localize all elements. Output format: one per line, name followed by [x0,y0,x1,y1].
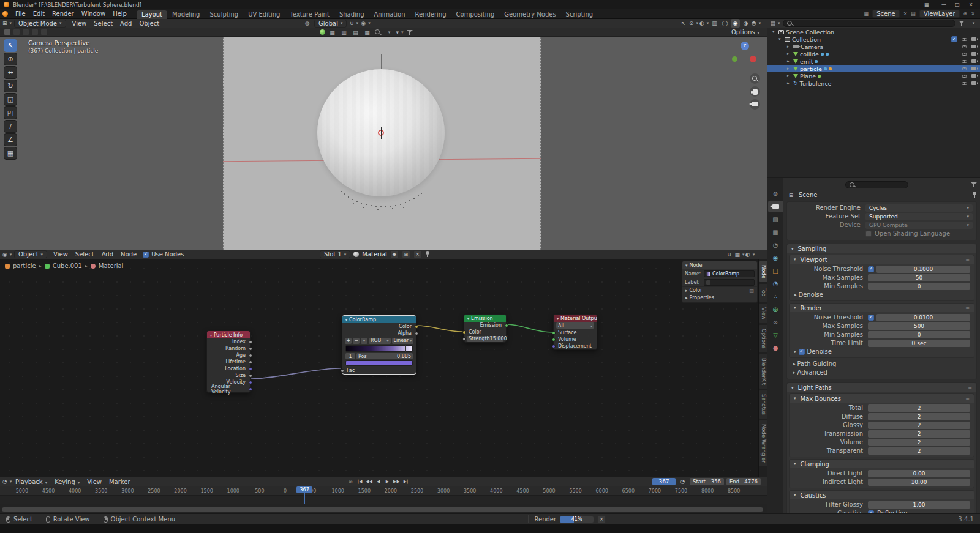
viewport-max-samples-field[interactable]: 50 [868,274,970,281]
new-material-button[interactable]: ⊞ [402,250,410,258]
hide-viewport-icon[interactable] [962,60,967,63]
outliner-row-plane[interactable]: ▸ Plane [767,72,980,80]
strength-input-socket[interactable] [462,337,466,341]
menu-item[interactable]: Select [72,251,98,258]
menu-item[interactable]: View [69,20,91,27]
tool-properties-tab[interactable]: ⊚ [768,188,783,199]
strength-field[interactable]: Strength15.000 [467,336,503,342]
menu-item[interactable]: Select [90,20,116,27]
workspace-tab[interactable]: Shading [334,10,369,19]
alpha-output-socket[interactable] [415,332,418,335]
material-name[interactable]: Material [362,251,387,258]
menu-item[interactable]: Help [109,10,130,17]
grid-option4-icon[interactable]: ▦ [363,28,372,37]
outliner-row-emit[interactable]: ▸ emit [767,58,980,65]
stop-color-swatch[interactable] [345,360,413,366]
select-mode-invert-icon[interactable] [31,29,39,35]
emission-output-socket[interactable] [505,324,508,327]
workspace-tab[interactable]: Modeling [167,10,205,19]
grid-option3-icon[interactable]: ▤ [351,28,360,37]
menu-item[interactable]: Keying [51,479,83,485]
time-limit-field[interactable]: 0 sec [868,340,970,347]
outliner-row-turbulence[interactable]: ▸↻ Turbulence [767,80,980,87]
target-select[interactable]: All▾ [556,322,594,329]
outliner-row-scene-collection[interactable]: ▾ Scene Collection [767,28,980,35]
advanced-subpanel[interactable]: Advanced [787,368,973,376]
select-mode-new-icon[interactable] [4,29,11,35]
world-properties-tab[interactable]: ◉ [768,252,783,264]
render-noise-threshold-checkbox[interactable] [868,315,874,321]
render-max-samples-field[interactable]: 500 [868,322,970,330]
surface-input-socket[interactable] [552,331,556,335]
device-select[interactable]: GPU Compute [865,222,973,229]
hide-viewport-icon[interactable] [962,67,967,70]
blender-menu-icon[interactable] [2,11,8,17]
indirect-light-clamp-field[interactable]: 10.00 [868,479,970,486]
total-bounces-field[interactable]: 2 [868,404,970,412]
snap-magnet-icon[interactable]: ∪ [349,19,358,28]
viewlayer-properties-tab[interactable]: ▦ [768,226,783,238]
render-properties-tab[interactable] [768,201,783,212]
hide-viewport-icon[interactable] [962,38,967,41]
cancel-render-button[interactable]: × [597,515,606,523]
node-canvas[interactable]: particle▸ Cube.001▸ Material Particle In… [0,259,767,477]
output-socket[interactable] [249,387,252,391]
navigation-gizmo[interactable]: Z [729,38,763,72]
color-input-socket[interactable] [462,330,466,334]
viewport-min-samples-field[interactable]: 0 [868,283,970,290]
outliner-row-particle[interactable]: ▸ particle [767,65,980,72]
properties-section[interactable]: Properties [682,294,757,301]
viewport-noise-threshold-checkbox[interactable] [868,266,874,272]
osl-checkbox[interactable] [865,231,872,237]
menu-item[interactable]: Marker [105,479,134,485]
properties-search-input[interactable] [845,181,908,188]
x-axis-ball[interactable] [750,56,756,62]
light-paths-panel-header[interactable]: Light Paths≡ [787,383,976,392]
hide-render-icon[interactable] [971,81,976,85]
viewlayer-remove-icon[interactable]: × [971,11,975,17]
render-denoise-subpanel[interactable]: Denoise [790,348,970,356]
workspace-tab[interactable]: Scripting [561,10,598,19]
annotate-tool[interactable]: ∕ [4,120,17,133]
remove-stop-button[interactable]: − [353,338,360,344]
hide-render-icon[interactable] [971,67,976,70]
node-panel-header[interactable]: Node [682,261,757,269]
timeline-track[interactable] [0,496,767,504]
diffuse-bounces-field[interactable]: 2 [868,413,970,420]
transform-orientation-selector[interactable]: Global [314,20,347,28]
search-icon[interactable] [374,29,381,35]
workspace-tab[interactable]: UV Editing [243,10,285,19]
unlink-material-button[interactable]: × [413,250,422,258]
hide-viewport-icon[interactable] [962,53,967,56]
preset-menu-icon[interactable]: ≡ [965,305,970,311]
sidebar-tab[interactable]: Tool [759,284,767,302]
hide-viewport-icon[interactable] [962,82,967,85]
render-noise-threshold-field[interactable]: 0.0100 [876,314,970,321]
minimize-button[interactable]: — [938,1,949,9]
play-button[interactable]: ▶ [383,478,391,485]
add-stop-button[interactable]: + [345,338,352,344]
select-mode-subtract-icon[interactable] [22,29,29,35]
play-reverse-button[interactable]: ◀ [374,478,382,485]
display-mode-icon[interactable] [968,19,977,28]
start-frame-field[interactable]: Start356 [690,478,724,485]
ramp-options-button[interactable]: ▾ [361,338,368,344]
preset-menu-icon[interactable]: ≡ [965,396,970,401]
close-button[interactable]: × [965,1,976,9]
editor-type-icon[interactable]: ▤ [771,19,780,28]
hide-render-icon[interactable] [971,59,976,63]
sidebar-tab[interactable]: Options [759,325,767,352]
workspace-tab[interactable]: Geometry Nodes [499,10,560,19]
output-socket[interactable] [249,340,252,344]
physics-properties-tab[interactable]: ◎ [768,304,783,315]
select-mode-extend-icon[interactable] [13,29,20,35]
maximize-button[interactable]: □ [952,1,963,9]
title-bar[interactable]: Blender* [F:\BLENDER\Turbulent Sphere.bl… [0,0,980,9]
scene-selector[interactable]: Scene [872,10,900,18]
transmission-bounces-field[interactable]: 2 [868,430,970,438]
volume-bounces-field[interactable]: 2 [868,439,970,446]
proportional-edit-icon[interactable]: ◉ [361,19,370,28]
editor-type-icon[interactable]: ◉ [2,250,12,259]
prev-keyframe-button[interactable]: ◀◀ [365,478,373,485]
render-denoise-checkbox[interactable] [799,349,805,355]
